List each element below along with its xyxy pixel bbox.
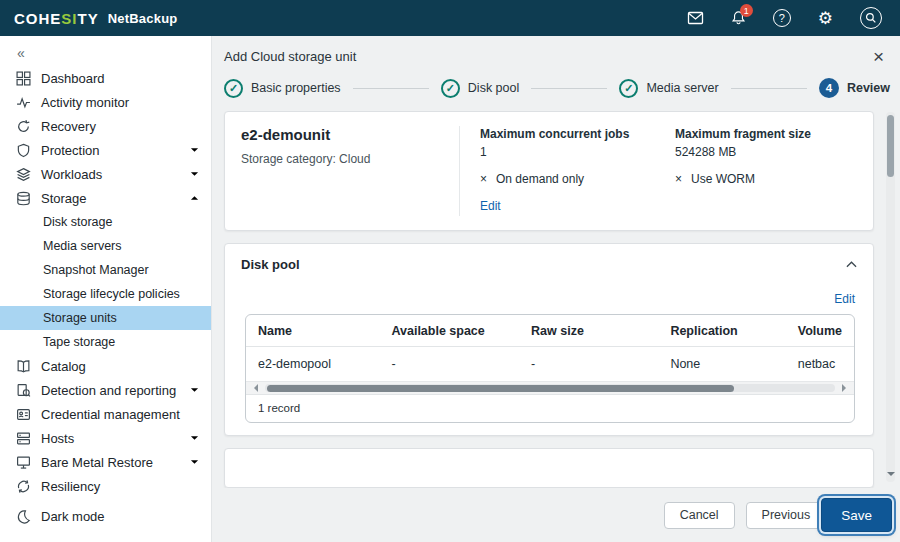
sidebar-item-label: Recovery: [41, 119, 96, 134]
cancel-button[interactable]: Cancel: [664, 502, 735, 529]
save-button[interactable]: Save: [821, 498, 892, 532]
vertical-divider: [459, 126, 460, 216]
chevron-down-icon: [190, 387, 199, 393]
sidebar-item-catalog[interactable]: Catalog: [0, 354, 211, 378]
messages-icon[interactable]: [687, 11, 704, 25]
brand-accent-text: SI: [61, 10, 77, 27]
horizontal-scrollbar[interactable]: [246, 381, 854, 394]
sidebar-item-disk-storage[interactable]: Disk storage: [0, 210, 211, 234]
topbar-icons: 1 ? ⚙: [687, 7, 886, 29]
scroll-right-arrow-icon[interactable]: [842, 384, 850, 392]
sidebar-item-label: Storage units: [43, 311, 117, 325]
step-media-server[interactable]: ✓ Media server: [619, 79, 718, 98]
step-check-icon: ✓: [619, 79, 638, 98]
stepper-connector: [353, 88, 429, 89]
horizontal-scroll-thumb[interactable]: [267, 385, 734, 392]
sidebar-item-workloads[interactable]: Workloads: [0, 162, 211, 186]
step-check-icon: ✓: [441, 79, 460, 98]
cell-available-space: -: [379, 347, 519, 382]
sidebar-item-recovery[interactable]: Recovery: [0, 114, 211, 138]
cell-replication: None: [658, 347, 785, 382]
chevron-down-icon: [190, 147, 199, 153]
sidebar-item-media-servers[interactable]: Media servers: [0, 234, 211, 258]
flag-label: On demand only: [496, 172, 584, 186]
sidebar-item-bare-metal-restore[interactable]: Bare Metal Restore: [0, 450, 211, 474]
credential-icon: [16, 407, 31, 422]
column-header-name: Name: [246, 315, 379, 347]
on-demand-flag: × On demand only: [480, 172, 675, 186]
moon-icon: [16, 509, 31, 524]
sidebar-item-storage-lifecycle-policies[interactable]: Storage lifecycle policies: [0, 282, 211, 306]
review-scroll-area: e2-demounit Storage category: Cloud Maxi…: [212, 108, 900, 488]
sidebar-item-snapshot-manager[interactable]: Snapshot Manager: [0, 258, 211, 282]
brand-text: TY: [78, 10, 99, 27]
storage-icon: [16, 191, 31, 206]
step-label: Basic properties: [251, 81, 341, 95]
topbar: COHESITY NetBackup 1 ? ⚙: [0, 0, 900, 36]
flag-label: Use WORM: [691, 172, 755, 186]
media-server-card-partial: [224, 448, 874, 488]
table-row[interactable]: e2-demopool - - None netbac: [246, 347, 854, 382]
scroll-left-arrow-icon[interactable]: [250, 384, 258, 392]
collapse-chevron-up-icon[interactable]: [846, 261, 857, 268]
column-header-volume: Volume: [786, 315, 854, 347]
step-disk-pool[interactable]: ✓ Disk pool: [441, 79, 519, 98]
sidebar-item-credential-management[interactable]: Credential management: [0, 402, 211, 426]
scroll-down-arrow-icon[interactable]: [887, 472, 895, 480]
step-label: Media server: [646, 81, 718, 95]
sidebar-item-storage[interactable]: Storage: [0, 186, 211, 210]
horizontal-scroll-track[interactable]: [265, 384, 835, 392]
settings-gear-icon[interactable]: ⚙: [818, 10, 833, 27]
stepper-connector: [531, 88, 607, 89]
sidebar-item-dashboard[interactable]: Dashboard: [0, 66, 211, 90]
vertical-scrollbar[interactable]: [886, 112, 895, 482]
page-title: Add Cloud storage unit: [224, 49, 356, 64]
basic-properties-summary-card: e2-demounit Storage category: Cloud Maxi…: [224, 111, 874, 231]
max-concurrent-jobs: Maximum concurrent jobs 1: [480, 127, 675, 159]
previous-button[interactable]: Previous: [746, 502, 827, 529]
sidebar-item-label: Tape storage: [43, 335, 115, 349]
wizard-footer: Cancel Previous Save: [212, 488, 900, 542]
shield-icon: [16, 143, 31, 158]
cell-volume: netbac: [786, 347, 854, 382]
cross-icon: ×: [480, 172, 487, 186]
sidebar-item-label: Bare Metal Restore: [41, 455, 153, 470]
help-icon[interactable]: ?: [773, 9, 791, 27]
edit-basic-properties-link[interactable]: Edit: [480, 199, 501, 213]
catalog-icon: [16, 359, 31, 374]
edit-disk-pool-link[interactable]: Edit: [834, 292, 855, 306]
disk-pool-table: Name Available space Raw size Replicatio…: [245, 314, 855, 423]
sidebar-item-activity-monitor[interactable]: Activity monitor: [0, 90, 211, 114]
sidebar-item-label: Disk storage: [43, 215, 112, 229]
sidebar-item-label: Media servers: [43, 239, 122, 253]
step-review[interactable]: 4 Review: [819, 78, 890, 98]
field-value: 524288 MB: [675, 145, 857, 159]
sidebar-item-label: Snapshot Manager: [43, 263, 149, 277]
sidebar-nav: Dashboard Activity monitor Recovery Prot…: [0, 66, 211, 498]
dark-mode-toggle[interactable]: Dark mode: [0, 504, 211, 542]
storage-unit-name: e2-demounit: [241, 126, 459, 143]
sidebar-item-protection[interactable]: Protection: [0, 138, 211, 162]
record-count: 1 record: [246, 394, 854, 422]
sidebar-item-label: Catalog: [41, 359, 86, 374]
recovery-icon: [16, 119, 31, 134]
search-icon[interactable]: [860, 7, 882, 29]
notifications-bell-icon[interactable]: 1: [731, 10, 746, 26]
chevron-down-icon: [190, 435, 199, 441]
summary-details: Maximum concurrent jobs 1 Maximum fragme…: [480, 126, 857, 216]
vertical-scroll-thumb[interactable]: [887, 115, 894, 177]
max-fragment-size: Maximum fragment size 524288 MB: [675, 127, 857, 159]
step-label: Disk pool: [468, 81, 519, 95]
workloads-icon: [16, 167, 31, 182]
sidebar-item-label: Detection and reporting: [41, 383, 176, 398]
cell-raw-size: -: [519, 347, 658, 382]
sidebar-item-tape-storage[interactable]: Tape storage: [0, 330, 211, 354]
sidebar-item-detection-and-reporting[interactable]: Detection and reporting: [0, 378, 211, 402]
step-basic-properties[interactable]: ✓ Basic properties: [224, 79, 341, 98]
sidebar-item-resiliency[interactable]: Resiliency: [0, 474, 211, 498]
close-icon[interactable]: ×: [873, 47, 884, 66]
sidebar-item-hosts[interactable]: Hosts: [0, 426, 211, 450]
sidebar-item-label: Activity monitor: [41, 95, 129, 110]
sidebar-collapse-button[interactable]: «: [0, 36, 211, 66]
sidebar-item-storage-units[interactable]: Storage units: [0, 306, 211, 330]
